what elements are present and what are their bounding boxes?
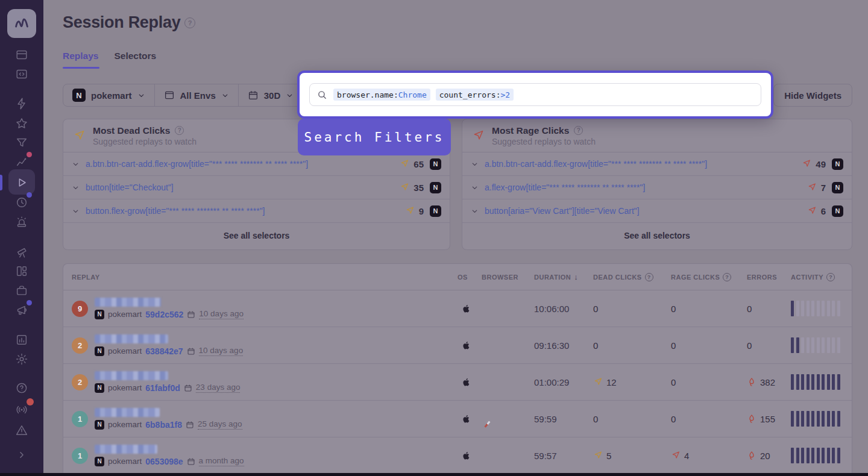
sidebar-item-session-replay[interactable] [0, 173, 43, 192]
replay-row[interactable]: 1 N pokemart 6b8ba1f8 25 days ago 59:59 [63, 401, 852, 437]
os-cell [458, 377, 482, 387]
errors-cell: 0 [747, 304, 791, 314]
selector-row[interactable]: button[aria="View Cart"][title="View Car… [462, 199, 852, 223]
col-browser[interactable]: BROWSER [482, 274, 534, 281]
activity-bar [807, 337, 810, 353]
chevron-down-icon[interactable] [72, 160, 80, 168]
sidebar-collapse[interactable] [0, 445, 43, 465]
col-rage-clicks[interactable]: RAGE CLICKS? [671, 273, 747, 281]
selector-row[interactable]: button.flex-grow[title="*** **** *******… [63, 199, 450, 223]
session-age[interactable]: a month ago [199, 456, 244, 466]
selector-link[interactable]: button[aria="View Cart"][title="View Car… [485, 206, 801, 216]
nextjs-badge: N [832, 158, 843, 170]
app-logo[interactable] [7, 9, 36, 38]
megaphone-icon [15, 304, 28, 317]
col-dead-clicks[interactable]: DEAD CLICKS? [593, 273, 671, 281]
redacted-user-name [95, 298, 161, 307]
session-age[interactable]: 25 days ago [198, 419, 242, 430]
rage-click-cursor-icon [472, 130, 485, 142]
help-icon[interactable]: ? [175, 126, 184, 135]
sidebar-item-discover[interactable] [0, 242, 43, 261]
sidebar-item-alerts[interactable] [0, 212, 43, 231]
title-help-icon[interactable]: ? [184, 17, 195, 28]
session-id-link[interactable]: 59d2c562 [145, 310, 183, 319]
selector-row[interactable]: a.flex-grow[title="*** **** ******* ** *… [462, 176, 852, 199]
replay-row[interactable]: 2 N pokemart 61fabf0d 23 days ago 01:00:… [63, 364, 852, 401]
selector-row[interactable]: a.btn.btn-cart-add.flex-grow[title="*** … [462, 152, 852, 176]
selector-link[interactable]: button.flex-grow[title="*** **** *******… [86, 206, 399, 216]
window-icon [164, 90, 175, 101]
selector-link[interactable]: a.flex-grow[title="*** **** ******* ** *… [485, 183, 801, 192]
help-icon[interactable]: ? [723, 273, 731, 281]
notification-dot [27, 398, 34, 406]
activity-bar [837, 411, 840, 427]
sidebar-item-sessions[interactable] [0, 45, 43, 64]
tab-replays[interactable]: Replays [63, 51, 98, 69]
session-age[interactable]: 10 days ago [199, 346, 244, 356]
activity-cell [791, 374, 852, 390]
session-id-link[interactable]: 638842e7 [145, 346, 183, 356]
replay-row[interactable]: 9 N pokemart 59d2c562 10 days ago 10:06:… [63, 290, 852, 327]
search-spotlight: browser.name:Chrome count_errors:>2 [297, 70, 773, 119]
see-all-selectors-button[interactable]: See all selectors [462, 223, 852, 248]
col-replay[interactable]: REPLAY [63, 274, 458, 281]
session-age[interactable]: 23 days ago [196, 383, 241, 393]
selector-link[interactable]: a.btn.btn-cart-add.flex-grow[title="*** … [485, 159, 796, 169]
help-icon[interactable]: ? [574, 126, 583, 135]
chevron-down-icon[interactable] [471, 160, 479, 168]
activity-bar [827, 448, 830, 463]
session-id-link[interactable]: 6b8ba1f8 [145, 420, 182, 430]
session-id-link[interactable]: 0653098e [145, 457, 183, 466]
sidebar-item-archive[interactable] [0, 281, 43, 300]
project-name: pokemart [108, 346, 142, 355]
sidebar-item-metrics[interactable] [0, 330, 43, 349]
search-filter-chip[interactable]: browser.name:Chrome [333, 89, 430, 101]
apple-icon [461, 451, 471, 460]
sidebar-item-settings[interactable] [0, 349, 43, 369]
sidebar-item-history[interactable] [0, 193, 43, 212]
col-errors[interactable]: ERRORS [747, 274, 791, 281]
date-range-selector[interactable]: 30D [238, 84, 303, 106]
sidebar-item-broadcast[interactable] [0, 400, 43, 419]
selector-link[interactable]: button[title="Checkout"] [86, 183, 394, 192]
date-range-label: 30D [264, 90, 281, 101]
chevron-down-icon[interactable] [72, 184, 80, 192]
sidebar-item-help[interactable] [0, 378, 43, 398]
sidebar-item-issues[interactable] [0, 421, 43, 440]
siren-icon [15, 215, 28, 228]
search-input[interactable]: browser.name:Chrome count_errors:>2 [309, 83, 761, 106]
replay-row[interactable]: 2 N pokemart 638842e7 10 days ago 09:16:… [63, 327, 852, 364]
sidebar-item-dashboards[interactable] [0, 261, 43, 281]
hide-widgets-button[interactable]: Hide Widgets [773, 84, 852, 107]
col-activity[interactable]: ACTIVITY? [791, 273, 852, 281]
sidebar-item-favorites[interactable] [0, 114, 43, 133]
session-id-link[interactable]: 61fabf0d [145, 383, 180, 393]
col-os[interactable]: OS [458, 274, 482, 281]
selector-link[interactable]: a.btn.btn-cart-add.flex-grow[title="*** … [86, 159, 394, 169]
notification-dot [27, 300, 32, 305]
activity-bar [791, 374, 794, 390]
selector-row[interactable]: a.btn.btn-cart-add.flex-grow[title="*** … [63, 152, 450, 176]
help-icon[interactable]: ? [826, 273, 835, 281]
dead-clicks-value: 0 [593, 340, 598, 351]
sidebar-item-code[interactable] [0, 64, 43, 84]
search-filter-chip[interactable]: count_errors:>2 [436, 89, 514, 101]
sidebar-item-announcements[interactable] [0, 301, 43, 320]
errors-value: 0 [747, 304, 752, 314]
col-duration[interactable]: DURATION↓ [534, 272, 593, 281]
chevron-down-icon[interactable] [72, 207, 80, 215]
environment-selector[interactable]: All Envs [154, 84, 238, 106]
chevron-down-icon[interactable] [471, 207, 479, 215]
funnel-icon [15, 136, 28, 149]
selector-row[interactable]: button[title="Checkout"] 35 N [63, 176, 450, 199]
sidebar-item-funnels[interactable] [0, 133, 43, 152]
tab-selectors[interactable]: Selectors [114, 51, 156, 69]
project-selector[interactable]: N pokemart [63, 84, 154, 106]
help-icon[interactable]: ? [645, 273, 653, 281]
see-all-selectors-button[interactable]: See all selectors [63, 223, 450, 248]
sidebar-item-errors[interactable] [0, 94, 43, 113]
chevron-down-icon[interactable] [471, 184, 479, 192]
session-age[interactable]: 10 days ago [199, 309, 244, 319]
activity-bar [837, 374, 840, 390]
replay-row[interactable]: 1 N pokemart 0653098e a month ago 59:57 [63, 437, 852, 474]
